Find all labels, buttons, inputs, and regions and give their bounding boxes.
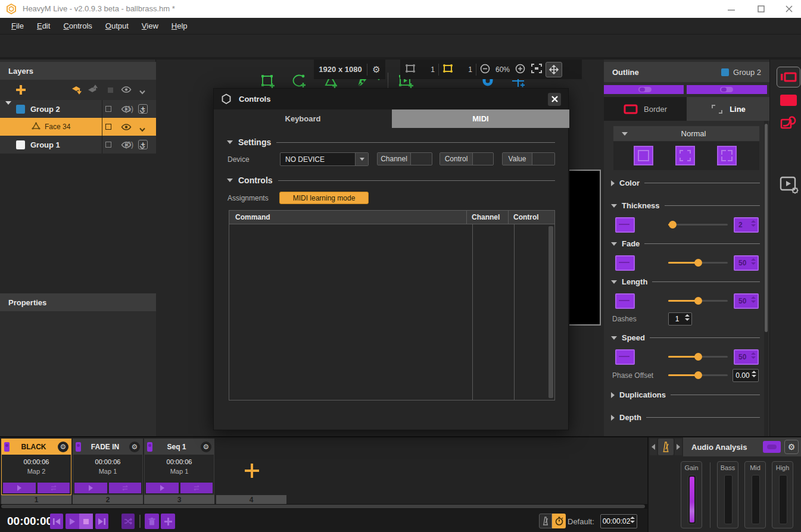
midi-assign-icon[interactable] (4, 442, 10, 452)
play-sequence-button[interactable] (3, 483, 36, 493)
style-preview-solid[interactable] (634, 146, 653, 165)
fit-view-icon[interactable] (531, 64, 542, 75)
group2-visibility-icon[interactable] (121, 105, 132, 115)
sequence-settings-icon[interactable]: ⚙ (201, 442, 211, 452)
tab-midi[interactable]: MIDI (392, 109, 569, 128)
group2-color-swatch[interactable] (16, 105, 25, 114)
thickness-slider[interactable] (668, 221, 728, 229)
audio-metronome-icon[interactable] (658, 439, 674, 455)
previous-sequence-button[interactable] (50, 514, 63, 529)
shuffle-button[interactable] (121, 514, 135, 529)
layer-row-group1[interactable]: Group 1 (0) + (0, 136, 156, 154)
sequence-settings-icon[interactable]: ⚙ (129, 442, 140, 452)
expand-icon[interactable] (5, 105, 11, 114)
menu-output[interactable]: Output (99, 21, 135, 30)
collapse-icon[interactable] (611, 336, 617, 340)
tab-border[interactable]: Border (604, 97, 687, 121)
group1-collapse-icon[interactable] (139, 143, 146, 152)
move-layer-up-icon[interactable] (87, 85, 99, 97)
speed-slider[interactable] (668, 353, 728, 361)
collapse-icon[interactable] (611, 392, 615, 398)
group1-visibility-icon[interactable] (121, 141, 132, 151)
zoom-in-icon[interactable] (515, 64, 525, 76)
outline-scrollbar[interactable] (764, 121, 768, 436)
group2-collapse-icon[interactable] (139, 107, 146, 116)
visibility-all-icon[interactable] (121, 86, 132, 95)
solo-all-checkbox[interactable] (108, 87, 113, 93)
fill-tool-icon[interactable] (780, 95, 797, 108)
sequence-name[interactable]: Seq 1 (155, 443, 198, 451)
group1-name[interactable]: Group 1 (30, 140, 60, 149)
collapse-icon[interactable] (611, 280, 617, 284)
slot-number-2[interactable]: 2 (73, 495, 143, 505)
sequence-card-black[interactable]: BLACK ⚙ 00:00:06 Map 2 (1, 439, 71, 495)
slot-number-3[interactable]: 3 (144, 495, 214, 505)
maximize-button[interactable] (749, 0, 773, 18)
length-flash-swatch[interactable] (615, 293, 635, 309)
outline-tool-button[interactable] (777, 67, 800, 87)
audio-next-icon[interactable] (675, 439, 682, 455)
sequence-name[interactable]: BLACK (12, 443, 55, 451)
col-command[interactable]: Command (229, 213, 466, 221)
collapse-icon[interactable] (611, 415, 615, 421)
menu-edit[interactable]: Edit (30, 21, 57, 30)
style-preview-dashed[interactable] (675, 146, 695, 165)
col-channel[interactable]: Channel (466, 211, 508, 224)
thickness-spinbox[interactable]: 2 (734, 217, 759, 233)
collapse-icon[interactable] (611, 180, 615, 186)
sequence-scrollbar[interactable] (0, 504, 647, 509)
control-field[interactable]: Control (440, 152, 494, 165)
length-slider[interactable] (668, 297, 728, 305)
fade-flash-swatch[interactable] (615, 255, 635, 271)
sequence-card-seq1[interactable]: Seq 1 ⚙ 00:00:06 Map 1 (144, 439, 214, 495)
midi-learning-button[interactable]: MIDI learning mode (279, 192, 369, 204)
group1-color-swatch[interactable] (16, 140, 25, 149)
meter-high[interactable]: High (772, 461, 793, 528)
meter-bass[interactable]: Bass (717, 461, 738, 528)
menu-view[interactable]: View (135, 21, 165, 30)
play-sequence-button[interactable] (146, 483, 179, 493)
speed-spinbox[interactable]: 50 (734, 349, 759, 365)
audio-settings-icon[interactable]: ⚙ (784, 440, 799, 454)
dialog-close-icon[interactable] (548, 93, 561, 106)
style-preview-corners[interactable] (717, 146, 737, 165)
sequence-card-fadein[interactable]: FADE IN ⚙ 00:00:06 Map 1 (73, 439, 143, 495)
face34-collapse-icon[interactable] (139, 125, 146, 134)
group1-solo-checkbox[interactable] (105, 142, 111, 148)
face34-visibility-icon[interactable] (121, 123, 132, 133)
line-enable-bar[interactable] (687, 85, 767, 94)
play-stop-button[interactable] (66, 514, 93, 529)
group2-solo-checkbox[interactable] (105, 106, 111, 112)
table-scrollbar[interactable] (548, 226, 553, 398)
line-style-dropdown[interactable]: Normal (613, 126, 759, 142)
minimize-button[interactable] (719, 0, 743, 18)
default-duration-spinbox[interactable]: 00:00:02 (600, 514, 637, 528)
loop-sequence-button[interactable] (109, 483, 142, 493)
metronome-mode-icon[interactable] (539, 514, 552, 528)
meter-mid[interactable]: Mid (744, 461, 766, 528)
phase-offset-slider[interactable] (668, 371, 728, 379)
collapse-icon[interactable] (227, 140, 233, 144)
sequence-settings-icon[interactable]: ⚙ (58, 442, 68, 452)
resolution-settings-icon[interactable]: ⚙ (367, 64, 385, 75)
play-sequence-button[interactable] (74, 483, 107, 493)
menu-help[interactable]: Help (165, 21, 194, 30)
close-button[interactable] (777, 0, 801, 18)
channel-field[interactable]: Channel (377, 152, 432, 165)
duration-mode-toggle[interactable] (539, 514, 566, 528)
collapse-icon[interactable] (611, 204, 617, 208)
sequence-name[interactable]: FADE IN (83, 443, 127, 451)
player-settings-icon[interactable] (780, 176, 799, 196)
face34-name[interactable]: Face 34 (45, 123, 70, 131)
tab-keyboard[interactable]: Keyboard (214, 109, 392, 128)
effects-tool-icon[interactable] (780, 115, 797, 136)
slot-number-4[interactable]: 4 (216, 495, 286, 505)
loop-sequence-button[interactable] (38, 483, 70, 493)
collapse-icon[interactable] (611, 242, 617, 246)
border-enable-bar[interactable] (604, 85, 684, 94)
collapse-all-icon[interactable] (139, 87, 146, 96)
pan-tool-button[interactable] (546, 62, 562, 77)
group2-name[interactable]: Group 2 (30, 105, 60, 114)
collapse-icon[interactable] (227, 179, 233, 182)
loop-sequence-button[interactable] (180, 483, 213, 493)
